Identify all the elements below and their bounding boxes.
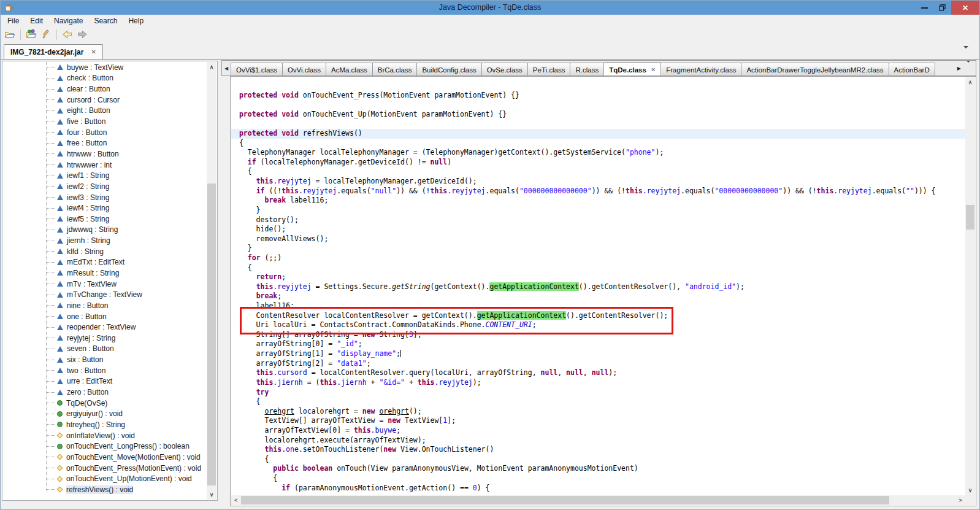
tab-actionbard[interactable]: ActionBarD xyxy=(889,63,935,76)
method-icon xyxy=(57,444,63,449)
tree-item[interactable]: onTouchEvent_Move(MotionEvent) : void xyxy=(3,452,207,463)
menu-help[interactable]: Help xyxy=(123,15,149,26)
tree-item[interactable]: htrwww : Button xyxy=(3,149,207,160)
tree-item[interactable]: nine : Button xyxy=(3,300,207,311)
code-line: protected void onTouchEvent_Press(Motion… xyxy=(231,91,965,101)
tree-item[interactable]: htreyheq() : String xyxy=(3,419,207,430)
tabs-scroll-right-button[interactable]: ▶ xyxy=(957,66,961,71)
tabs-list-button[interactable] xyxy=(966,63,972,74)
tree-item[interactable]: four : Button xyxy=(3,127,207,138)
tree-item[interactable]: free : Button xyxy=(3,137,207,149)
tree-item[interactable]: onTouchEvent_Press(MotionEvent) : void xyxy=(3,463,207,474)
tree-item[interactable]: refreshViews() : void xyxy=(3,484,207,495)
tree-item[interactable]: mEdTxt : EditText xyxy=(3,257,207,268)
menu-search[interactable]: Search xyxy=(88,15,123,26)
forward-button[interactable] xyxy=(75,28,89,41)
scroll-down-icon[interactable]: ∨ xyxy=(965,485,975,495)
tree-item[interactable]: urre : EditText xyxy=(3,376,207,387)
close-button[interactable]: ✕ xyxy=(951,1,979,15)
field-icon xyxy=(57,390,63,395)
field-icon xyxy=(57,119,63,125)
scroll-up-icon[interactable]: ∧ xyxy=(207,62,216,72)
minimize-button[interactable] xyxy=(916,1,933,15)
code-vertical-scrollbar[interactable]: ∧ ∨ xyxy=(965,77,975,495)
tree-item[interactable]: zero : Button xyxy=(3,387,207,398)
code-hscrollbar-thumb[interactable] xyxy=(241,496,889,504)
tab-tqde-class[interactable]: TqDe.class✕ xyxy=(603,62,661,76)
tab-close-icon[interactable]: ✕ xyxy=(651,66,656,73)
tree-scrollbar[interactable]: ∧ ∨ xyxy=(207,62,216,500)
tree-item[interactable]: reyjytej : String xyxy=(3,333,207,344)
code-line: this.one.setOnTouchListener(new View.OnT… xyxy=(231,445,965,455)
tree-scrollbar-thumb[interactable] xyxy=(207,184,216,485)
tab-buildconfig-class[interactable]: BuildConfig.class xyxy=(416,63,481,76)
tab-ovvi-class[interactable]: OvVi.class xyxy=(282,63,326,76)
tree-item[interactable]: iewf2 : String xyxy=(3,181,207,192)
open-type-button[interactable] xyxy=(25,28,38,41)
tab-label: ActionBarD xyxy=(894,66,930,74)
search-button[interactable] xyxy=(39,28,53,41)
tree-item[interactable]: check : Button xyxy=(3,73,207,84)
open-folder-icon xyxy=(4,29,15,40)
tab-actionbardrawertogglejellybeanmr2-class[interactable]: ActionBarDrawerToggleJellybeanMR2.class xyxy=(741,63,889,76)
code-vscrollbar-thumb[interactable] xyxy=(966,205,974,230)
tree-item[interactable]: onInflateView() : void xyxy=(3,430,207,441)
tree-item[interactable]: mResult : String xyxy=(3,268,207,279)
tree-item[interactable]: ergiyuiyur() : void xyxy=(3,409,207,420)
tree-item[interactable]: cursord : Cursor xyxy=(3,95,207,106)
menu-edit[interactable]: Edit xyxy=(25,15,48,26)
tree-item[interactable]: klfd : String xyxy=(3,246,207,257)
scroll-down-icon[interactable]: ∨ xyxy=(207,490,216,500)
tree-item[interactable]: iewf5 : String xyxy=(3,214,207,225)
tree-item[interactable]: reopender : TextView xyxy=(3,322,207,333)
tree-item[interactable]: htrwwwer : int xyxy=(3,160,207,171)
tree-item[interactable]: iewf3 : String xyxy=(3,192,207,203)
tab-brca-class[interactable]: BrCa.class xyxy=(372,63,418,76)
tree-item[interactable]: clear : Button xyxy=(3,83,207,95)
jar-tab-close-icon[interactable]: ✕ xyxy=(91,48,96,55)
tree-item[interactable]: one : Button xyxy=(3,311,207,322)
back-button[interactable] xyxy=(61,28,74,41)
tree-item[interactable]: six : Button xyxy=(3,354,207,365)
code-line: String[] arrayOfString = new String[3]; xyxy=(231,330,965,340)
menu-navigate[interactable]: Navigate xyxy=(48,15,88,26)
code-editor[interactable]: protected void onTouchEvent_Press(Motion… xyxy=(231,77,965,495)
restore-button[interactable] xyxy=(933,1,951,15)
tree-item[interactable]: iewf1 : String xyxy=(3,170,207,181)
jar-tab[interactable]: IMG_7821-dex2jar.jar ✕ xyxy=(4,44,103,59)
tree-item[interactable]: mTvChange : TextView xyxy=(3,289,207,300)
tabs-scroll-left-button[interactable]: ◀ xyxy=(222,61,231,75)
tree-item[interactable]: onTouchEvent_Up(MotionEvent) : void xyxy=(3,473,207,484)
tab-peti-class[interactable]: PeTi.class xyxy=(527,63,571,76)
scroll-up-icon[interactable]: ∧ xyxy=(965,77,975,87)
open-archive-button[interactable] xyxy=(3,28,17,41)
tree-item-label: mEdTxt : EditText xyxy=(67,258,124,266)
scroll-right-icon[interactable]: > xyxy=(955,495,965,505)
field-icon xyxy=(57,87,63,92)
tab-fragmentactivity-class[interactable]: FragmentActivity.class xyxy=(660,63,741,76)
tree-item[interactable]: five : Button xyxy=(3,116,207,127)
menu-file[interactable]: File xyxy=(2,15,25,26)
field-icon xyxy=(57,346,63,352)
tree-item[interactable]: iewf4 : String xyxy=(3,203,207,214)
search-highlight: getApplicationContext xyxy=(489,282,578,291)
tree-item[interactable]: jiernh : String xyxy=(3,235,207,246)
field-icon xyxy=(57,357,63,363)
tree-item[interactable]: onTouchEvent_LongPress() : boolean xyxy=(3,441,207,452)
tree-item[interactable]: eight : Button xyxy=(3,106,207,117)
tab-r-class[interactable]: R.class xyxy=(570,63,604,76)
code-line: orehgrt localorehgrt = new orehgrt(); xyxy=(231,407,965,417)
tree-item[interactable]: seven : Button xyxy=(3,344,207,355)
tree-item[interactable]: two : Button xyxy=(3,365,207,376)
tab-acma-class[interactable]: AcMa.class xyxy=(326,63,373,76)
jar-tab-list-icon[interactable] xyxy=(963,48,970,60)
tree-item[interactable]: buywe : TextView xyxy=(3,62,207,73)
tab-ovse-class[interactable]: OvSe.class xyxy=(481,63,528,76)
scroll-left-icon[interactable]: < xyxy=(231,495,241,505)
code-horizontal-scrollbar[interactable]: < > xyxy=(231,495,965,505)
tree-item[interactable]: jdwwwq : String xyxy=(3,225,207,236)
tree-item[interactable]: TqDe(OvSe) xyxy=(3,398,207,409)
tab-ovvi-1-class[interactable]: OvVi$1.class xyxy=(231,63,283,76)
tree-item[interactable]: mTv : TextView xyxy=(3,279,207,290)
field-icon xyxy=(57,216,63,222)
